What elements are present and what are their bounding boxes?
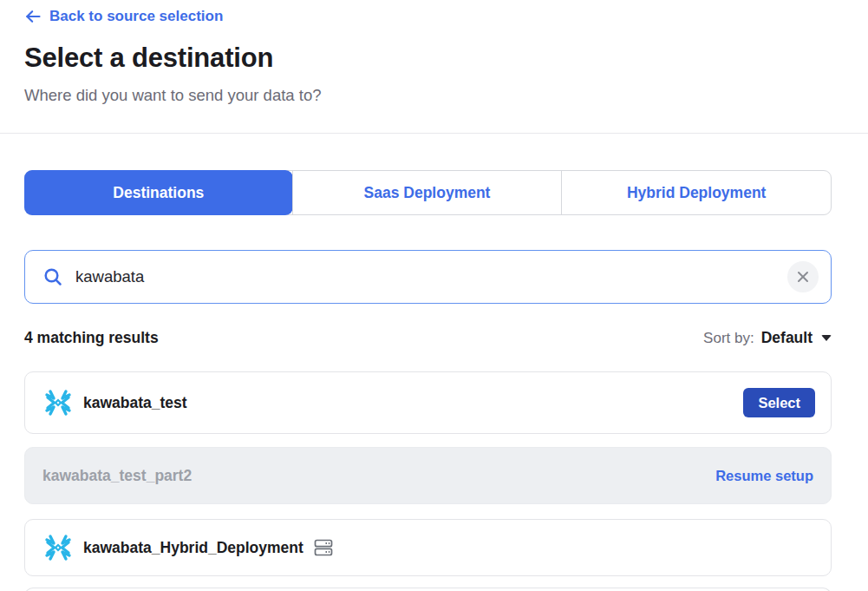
select-button[interactable]: Select <box>743 388 815 417</box>
destination-name: kawabata_Hybrid_Deployment <box>83 539 303 557</box>
destination-card-kawabata-test-part2[interactable]: kawabata_test_part2 Resume setup <box>24 447 832 504</box>
tab-saas-deployment-label: Saas Deployment <box>364 184 491 202</box>
page-header: Back to source selection Select a destin… <box>0 0 868 134</box>
search-icon <box>42 266 63 287</box>
destination-type-tabs: Destinations Saas Deployment Hybrid Depl… <box>24 170 832 215</box>
chevron-down-icon <box>821 335 832 341</box>
destination-search-box <box>24 250 832 304</box>
snowflake-icon <box>44 389 72 417</box>
sort-selected-value: Default <box>761 329 813 347</box>
snowflake-icon <box>44 534 72 561</box>
destination-card-kawabata-hybrid-deployment[interactable]: kawabata_Hybrid_Deployment <box>24 519 832 576</box>
tab-destinations-label: Destinations <box>113 184 204 202</box>
tab-hybrid-deployment-label: Hybrid Deployment <box>627 184 766 202</box>
page-subtitle: Where did you want to send your data to? <box>24 86 832 105</box>
tab-destinations[interactable]: Destinations <box>24 170 293 215</box>
resume-setup-link[interactable]: Resume setup <box>715 468 813 484</box>
results-bar: 4 matching results Sort by: Default <box>24 329 832 347</box>
sort-dropdown[interactable]: Sort by: Default <box>703 329 832 347</box>
destination-card-kawabata-test[interactable]: kawabata_test Select <box>24 371 832 434</box>
destination-card-partial[interactable] <box>24 588 832 591</box>
destination-name: kawabata_test <box>83 394 187 412</box>
back-arrow-icon <box>24 8 42 25</box>
search-input[interactable] <box>75 267 787 286</box>
header-divider <box>0 133 868 134</box>
search-clear-button[interactable] <box>787 261 819 292</box>
back-to-source-link[interactable]: Back to source selection <box>24 7 223 26</box>
tab-hybrid-deployment[interactable]: Hybrid Deployment <box>562 171 831 214</box>
results-count: 4 matching results <box>24 329 159 347</box>
clear-x-icon <box>796 270 810 284</box>
sort-label: Sort by: <box>703 330 754 347</box>
destination-name: kawabata_test_part2 <box>42 467 192 485</box>
hybrid-server-icon <box>313 537 334 558</box>
back-link-label: Back to source selection <box>49 7 223 26</box>
main-content: Destinations Saas Deployment Hybrid Depl… <box>0 170 868 591</box>
tab-saas-deployment[interactable]: Saas Deployment <box>292 171 563 214</box>
page-title: Select a destination <box>24 43 832 74</box>
